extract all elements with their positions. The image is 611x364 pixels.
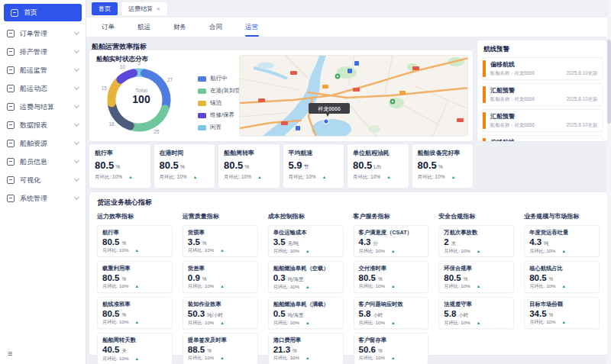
metric-label: 万航次事故数 (444, 229, 509, 237)
mom-label: 月环比: 10% (444, 248, 470, 255)
metric-label: 船舶周转天数 (102, 337, 167, 344)
freight-column-安全合规指标: 安全合规指标万航次事故数2次月环比: 10%▲环保合规率80.5%月环比: 10… (438, 212, 514, 364)
sidebar-item-运费与结算[interactable]: 运费与结算 (0, 98, 86, 116)
metric-card-货差率: 货差率0.9%月环比: 10%▲ (183, 261, 258, 293)
alert-item[interactable]: 偏移航线船舶名称：祥龙66662025.8.10更新 (482, 135, 603, 141)
freight-column-运营质量指标: 运营质量指标货损率3.5%月环比: 10%▲货差率0.9%月环比: 10%▲装卸… (183, 212, 258, 364)
mom-change: 月环比: 10%▲ (188, 320, 253, 327)
metric-label: 货损率 (188, 229, 253, 237)
subtab-财务[interactable]: 财务 (172, 18, 188, 37)
sidebar-item-系统管理[interactable]: 系统管理 (0, 189, 86, 208)
mom-label: 月环比: 10% (224, 174, 251, 181)
up-arrow-icon: ▲ (562, 321, 566, 325)
metric-value: 34.5% (529, 309, 594, 318)
metric-card-交付准时率: 交付准时率80.5%月环比: 10%▲ (354, 261, 429, 293)
mom-change: 月环比: 10%▲ (444, 248, 509, 255)
metric-value: 2次 (444, 237, 509, 247)
subtab-运营[interactable]: 运营 (244, 18, 260, 37)
mom-label: 月环比: 10% (359, 355, 385, 362)
alert-meta: 船舶名称：祥龙66662025.8.10更新 (490, 70, 597, 77)
kpi-label: 航行率 (95, 149, 145, 157)
metric-value: 40.5天 (102, 345, 167, 355)
metric-card-客户留存率: 客户留存率50.6%月环比: 10%▲ (354, 333, 429, 364)
kpi-unit: 节 (304, 164, 309, 169)
kpi-label: 平均航速 (289, 149, 339, 157)
metric-label: 法规遵守率 (444, 301, 509, 308)
up-arrow-icon: ▲ (128, 176, 132, 180)
metric-card-船舶燃油单耗（空载）: 船舶燃油单耗（空载）0.3吨/海里月环比: 10%▲ (268, 261, 344, 293)
sidebar-item-船运动态[interactable]: 船运动态 (0, 79, 86, 98)
donut-segment-在港(装卸货) (133, 109, 165, 127)
sidebar-item-船员信息[interactable]: 船员信息 (0, 153, 86, 171)
sidebar-item-船运监管[interactable]: 船运监管 (0, 61, 86, 79)
mom-change: 月环比: 10%▲ (529, 283, 594, 290)
up-arrow-icon: ▲ (391, 285, 395, 289)
metric-value: 80.5% (102, 273, 167, 282)
freight-column-header: 业务规模与市场指标 (524, 212, 600, 221)
sidebar-item-label: 船运动态 (20, 84, 75, 94)
up-arrow-icon: ▲ (193, 176, 197, 180)
metric-label: 交付准时率 (359, 265, 424, 272)
tab-label: 运费结算 (128, 5, 153, 13)
alert-item[interactable]: 汇船预警船舶名称：祥龙66662025.8.10更新 (482, 109, 603, 132)
sidebar-item-排产管理[interactable]: 排产管理 (0, 43, 86, 61)
legend-swatch (198, 125, 206, 130)
legend-label: 航行中 (210, 75, 228, 82)
metric-value: 80.5% (102, 237, 167, 246)
sidebar-collapse-icon[interactable]: ≡ (8, 349, 12, 358)
freight-column-业务规模与市场指标: 业务规模与市场指标年度货运吞吐量4.3吨月环比: 10%▲核心航线占比80.5%… (524, 212, 600, 364)
system-management-icon (7, 195, 15, 202)
scrollbar-thumb[interactable] (607, 40, 611, 124)
donut-segment-unlabeled (112, 106, 130, 127)
ship-marker[interactable] (324, 119, 328, 124)
chevron-down-icon (74, 85, 79, 90)
metric-card-万航次事故数: 万航次事故数2次月环比: 10%▲ (438, 225, 514, 257)
alert-item[interactable]: 偏移航线船舶名称：祥龙66662025.8.10更新 (482, 57, 603, 80)
metric-unit: % (202, 240, 207, 246)
up-arrow-icon: ▲ (477, 321, 480, 326)
metric-value: 4.3吨 (529, 237, 594, 247)
sidebar-item-订单管理[interactable]: 订单管理 (0, 24, 86, 43)
metric-value: 5.8小时 (444, 309, 509, 319)
alert-updated: 2025.8.10更新 (566, 70, 597, 77)
metric-card-年度货运吞吐量: 年度货运吞吐量4.3吨月环比: 10%▲ (524, 225, 600, 257)
chevron-down-icon (74, 176, 79, 182)
metric-value: 50.3吨/小时 (188, 309, 253, 319)
sidebar-item-数据报表[interactable]: 数据报表 (0, 116, 86, 134)
metric-card-提单签发及时率: 提单签发及时率88.5%月环比: 10%▲ (183, 333, 258, 364)
subtab-航运[interactable]: 航运 (136, 18, 152, 37)
sidebar-item-label: 运费与结算 (20, 102, 75, 112)
metric-value: 80.5% (444, 273, 509, 282)
donut-svg: 52725181510 (91, 56, 192, 140)
metric-card-港口费用率: 港口费用率21.3%月环比: 10%▲ (268, 333, 344, 364)
up-arrow-icon: ▲ (306, 321, 309, 326)
map-canvas[interactable]: 祥龙6666 (239, 55, 468, 137)
tab-运费结算[interactable]: 运费结算× (121, 2, 167, 15)
alert-item[interactable]: 汇船预警船舶名称：祥龙66662025.8.10更新 (482, 83, 603, 106)
metric-value: 88.5% (188, 345, 253, 354)
scrollbar-track[interactable] (607, 0, 611, 364)
subtab-订单[interactable]: 订单 (100, 18, 116, 37)
subtab-合同[interactable]: 合同 (208, 18, 224, 37)
kpi-value: 5.9节 (289, 159, 339, 171)
kpi-unit: L/h (373, 164, 380, 169)
donut-value-label: 10 (120, 64, 126, 69)
up-arrow-icon: ▲ (220, 285, 224, 289)
close-icon[interactable]: × (157, 6, 160, 12)
metric-unit: 天 (121, 348, 126, 353)
kpi-card-单位航程油耗: 单位航程油耗80.5L/h月环比: 10%▲ (348, 144, 409, 188)
metric-card-单位运输成本: 单位运输成本3.5元/吨月环比: 10%▲ (268, 225, 344, 257)
sidebar-item-label: 船舶资源 (20, 139, 75, 149)
metric-unit: % (549, 276, 554, 282)
map-graphics: 祥龙6666 (240, 56, 468, 137)
sidebar-item-船舶资源[interactable]: 船舶资源 (0, 134, 86, 153)
up-arrow-icon: ▲ (134, 357, 138, 362)
up-arrow-icon: ▲ (322, 176, 326, 180)
tab-首页[interactable]: 首页 (92, 2, 118, 15)
mom-label: 月环比: 10% (529, 319, 555, 326)
mom-label: 月环比: 10% (102, 247, 128, 254)
metric-card-货损率: 货损率3.5%月环比: 10%▲ (183, 225, 258, 257)
mom-label: 月环比: 10% (359, 283, 385, 290)
sidebar-item-首页[interactable]: 首页 (4, 4, 82, 21)
sidebar-item-可视化[interactable]: 可视化 (0, 171, 86, 189)
